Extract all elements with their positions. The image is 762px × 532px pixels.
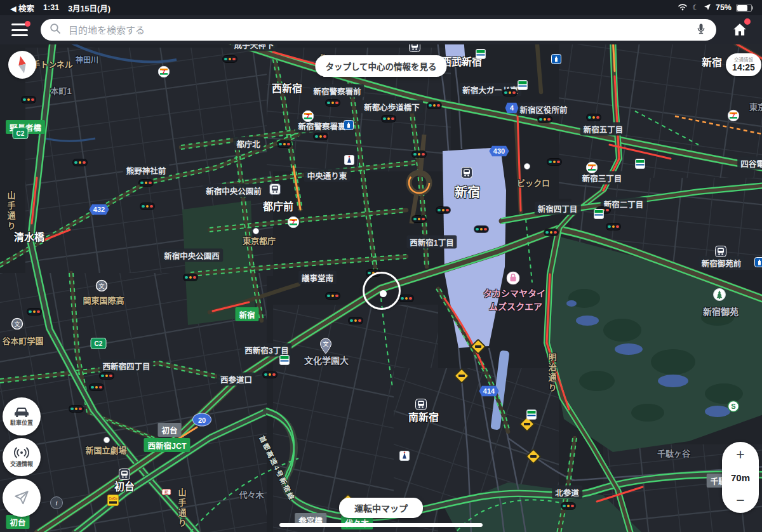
date: 3月15日(月) xyxy=(68,2,110,14)
traffic-info-button[interactable]: 交通情報 xyxy=(3,438,41,476)
map-center-indicator xyxy=(363,272,401,310)
navigation-arrow-icon xyxy=(13,489,30,506)
status-bar: ◀ 検索 1:31 3月15日(月) ☾ 75% xyxy=(0,0,762,15)
zoom-scale-label: 70m xyxy=(731,472,750,483)
zoom-in-button[interactable]: + xyxy=(736,448,744,461)
location-arrow-icon xyxy=(704,3,711,13)
battery-icon xyxy=(736,4,752,12)
info-button[interactable]: i xyxy=(50,496,63,509)
my-location-button[interactable] xyxy=(3,479,41,517)
map-viewport[interactable]: 山手トンネル神田川本町1成子天神下青梅街道西武新宿西新宿新宿警察署前新宿大ガード… xyxy=(0,44,762,532)
traffic-signal-waves-icon xyxy=(13,446,30,459)
home-notification-dot xyxy=(744,18,751,25)
battery-percent: 75% xyxy=(716,3,732,12)
parking-position-button[interactable]: 駐車位置 xyxy=(3,397,41,436)
microphone-icon[interactable] xyxy=(695,22,707,38)
car-navi-app: ◀ 検索 1:31 3月15日(月) ☾ 75% xyxy=(0,0,762,532)
traffic-info-time-badge[interactable]: 交通情報 14:25 xyxy=(726,53,761,76)
search-bar[interactable] xyxy=(41,19,716,41)
menu-notification-dot xyxy=(25,21,30,27)
wifi-icon xyxy=(678,3,688,13)
center-info-tooltip[interactable]: タップして中心の情報を見る xyxy=(315,55,446,77)
car-icon xyxy=(14,406,29,418)
back-to-search-link[interactable]: ◀ 検索 xyxy=(10,2,34,14)
compass[interactable] xyxy=(8,51,36,79)
clock: 1:31 xyxy=(43,3,59,12)
do-not-disturb-icon: ☾ xyxy=(692,3,699,12)
zoom-out-button[interactable]: − xyxy=(736,494,744,507)
menu-button[interactable] xyxy=(11,23,28,36)
home-button[interactable] xyxy=(729,20,751,39)
home-indicator[interactable] xyxy=(279,523,483,527)
compass-needle-icon xyxy=(14,55,30,74)
search-input[interactable] xyxy=(67,24,688,36)
driving-map-button[interactable]: 運転中マップ xyxy=(339,498,423,518)
search-icon xyxy=(50,23,61,37)
zoom-control: + 70m − xyxy=(722,442,759,513)
app-header xyxy=(0,15,762,44)
